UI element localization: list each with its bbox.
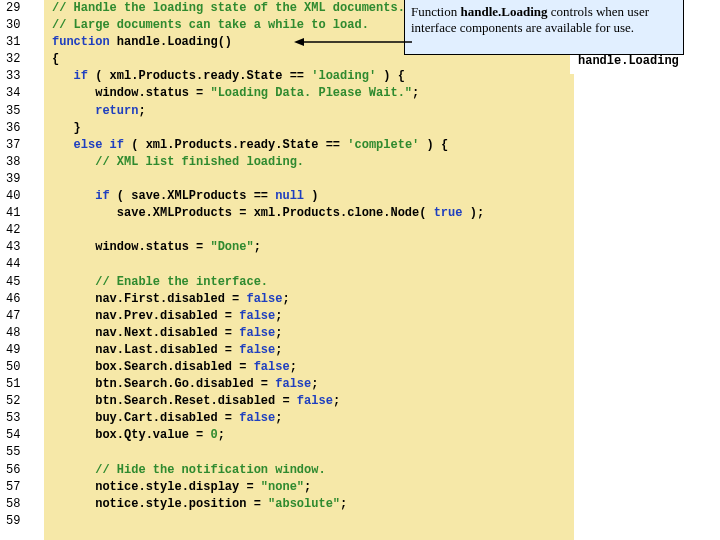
line-number: 48 xyxy=(6,325,44,342)
line-number: 29 xyxy=(6,0,44,17)
code-line xyxy=(52,444,574,461)
code-line: // XML list finished loading. xyxy=(52,154,574,171)
code-line: nav.First.disabled = false; xyxy=(52,291,574,308)
code-line: return; xyxy=(52,103,574,120)
code-line: btn.Search.Go.disabled = false; xyxy=(52,376,574,393)
code-line: nav.Next.disabled = false; xyxy=(52,325,574,342)
code-line: window.status = "Done"; xyxy=(52,239,574,256)
line-number: 42 xyxy=(6,222,44,239)
code-line: else if ( xml.Products.ready.State == 'c… xyxy=(52,137,574,154)
code-line: } xyxy=(52,120,574,137)
code-line: nav.Prev.disabled = false; xyxy=(52,308,574,325)
line-number: 57 xyxy=(6,479,44,496)
callout-prefix: Function xyxy=(411,4,460,19)
line-number: 54 xyxy=(6,427,44,444)
line-number: 31 xyxy=(6,34,44,51)
line-number: 35 xyxy=(6,103,44,120)
code-line: // Hide the notification window. xyxy=(52,462,574,479)
code-line: if ( save.XMLProducts == null ) xyxy=(52,188,574,205)
line-number: 45 xyxy=(6,274,44,291)
line-number: 40 xyxy=(6,188,44,205)
callout-box: Function handle.Loading controls when us… xyxy=(404,0,684,55)
code-line: notice.style.position = "absolute"; xyxy=(52,496,574,513)
line-number: 52 xyxy=(6,393,44,410)
line-number: 33 xyxy=(6,68,44,85)
code-line: // Enable the interface. xyxy=(52,274,574,291)
line-number: 51 xyxy=(6,376,44,393)
callout-bold: handle.Loading xyxy=(460,4,547,19)
code-line: window.status = "Loading Data. Please Wa… xyxy=(52,85,574,102)
code-line: btn.Search.Reset.disabled = false; xyxy=(52,393,574,410)
line-number: 38 xyxy=(6,154,44,171)
code-line: if ( xml.Products.ready.State == 'loadin… xyxy=(52,68,574,85)
line-number: 53 xyxy=(6,410,44,427)
code-line: nav.Last.disabled = false; xyxy=(52,342,574,359)
code-line: box.Qty.value = 0; xyxy=(52,427,574,444)
right-label-text: handle.Loading xyxy=(578,53,679,70)
code-line: notice.style.display = "none"; xyxy=(52,479,574,496)
line-number: 49 xyxy=(6,342,44,359)
line-number: 34 xyxy=(6,85,44,102)
line-number: 56 xyxy=(6,462,44,479)
code-area: // Handle the loading state of the XML d… xyxy=(44,0,720,540)
line-number: 50 xyxy=(6,359,44,376)
line-number: 30 xyxy=(6,17,44,34)
code-line: buy.Cart.disabled = false; xyxy=(52,410,574,427)
line-number: 44 xyxy=(6,256,44,273)
line-number-gutter: 2930313233343536373839404142434445464748… xyxy=(0,0,44,540)
line-number: 37 xyxy=(6,137,44,154)
line-number: 32 xyxy=(6,51,44,68)
line-number: 47 xyxy=(6,308,44,325)
line-number: 36 xyxy=(6,120,44,137)
line-number: 55 xyxy=(6,444,44,461)
code-line xyxy=(52,513,574,530)
code-line xyxy=(52,256,574,273)
line-number: 58 xyxy=(6,496,44,513)
code-line: box.Search.disabled = false; xyxy=(52,359,574,376)
line-number: 41 xyxy=(6,205,44,222)
line-number: 59 xyxy=(6,513,44,530)
code-line: save.XMLProducts = xml.Products.clone.No… xyxy=(52,205,574,222)
code-background: // Handle the loading state of the XML d… xyxy=(44,0,574,540)
line-number: 43 xyxy=(6,239,44,256)
code-line xyxy=(52,171,574,188)
line-number: 46 xyxy=(6,291,44,308)
line-number: 39 xyxy=(6,171,44,188)
code-line xyxy=(52,222,574,239)
